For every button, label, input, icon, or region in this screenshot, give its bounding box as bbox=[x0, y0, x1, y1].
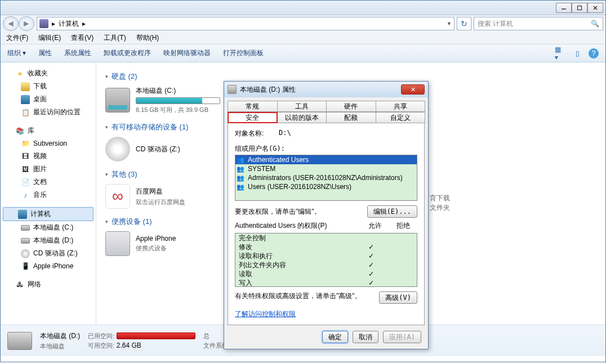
search-placeholder: 搜索 计算机 bbox=[478, 19, 513, 29]
help-icon[interactable]: ? bbox=[589, 48, 599, 59]
tab-共享[interactable]: 共享 bbox=[376, 101, 426, 112]
sidebar-local-c[interactable]: 本地磁盘 (C:) bbox=[1, 221, 96, 234]
deny-header: 拒绝 bbox=[389, 221, 417, 231]
user-row[interactable]: SYSTEM bbox=[235, 164, 417, 173]
tool-sysprops[interactable]: 系统属性 bbox=[64, 48, 91, 58]
sidebar-recent[interactable]: 📋最近访问的位置 bbox=[1, 106, 96, 119]
phone-icon: 📱 bbox=[21, 262, 30, 271]
search-icon: 🔍 bbox=[591, 20, 599, 28]
cancel-button[interactable]: 取消 bbox=[353, 331, 378, 343]
disk-icon bbox=[21, 225, 30, 231]
tool-mapdrive[interactable]: 映射网络驱动器 bbox=[163, 48, 211, 58]
tab-以前的版本[interactable]: 以前的版本 bbox=[277, 112, 327, 123]
user-icon bbox=[237, 156, 246, 164]
computer-icon bbox=[18, 210, 27, 219]
sidebar-documents[interactable]: 📄文档 bbox=[1, 176, 96, 188]
item-sublabel: 便携式设备 bbox=[136, 244, 176, 253]
sidebar-cd[interactable]: CD 驱动器 (Z:) bbox=[1, 247, 96, 260]
tool-uninstall[interactable]: 卸载或更改程序 bbox=[104, 48, 151, 58]
tab-工具[interactable]: 工具 bbox=[277, 101, 327, 112]
baidu-icon: ∞ bbox=[105, 184, 130, 209]
perm-header: Authenticated Users 的权限(P) bbox=[235, 221, 361, 231]
sidebar-local-d[interactable]: 本地磁盘 (D:) bbox=[1, 234, 96, 247]
user-list[interactable]: Authenticated UsersSYSTEMAdministrators … bbox=[235, 155, 417, 201]
tab-常规[interactable]: 常规 bbox=[228, 101, 278, 112]
refresh-button[interactable]: ↻ bbox=[457, 17, 471, 30]
address-bar[interactable]: ▸ 计算机 ▸ ▼ bbox=[37, 17, 454, 30]
dialog-titlebar[interactable]: 本地磁盘 (D:) 属性 ✕ bbox=[224, 82, 428, 97]
tool-organize[interactable]: 组织 ▾ bbox=[7, 48, 26, 58]
user-row[interactable]: Users (USER-20161028NZ\Users) bbox=[235, 182, 417, 191]
user-icon bbox=[237, 174, 246, 182]
disk-icon bbox=[21, 238, 30, 244]
group-label: 组或用户名(G): bbox=[235, 144, 417, 154]
drive-label: 本地磁盘 (C:) bbox=[136, 86, 220, 96]
tab-硬件[interactable]: 硬件 bbox=[326, 101, 376, 112]
sidebar-computer[interactable]: 计算机 bbox=[3, 207, 93, 221]
sidebar-libraries[interactable]: 📚库 bbox=[1, 124, 96, 137]
picture-icon: 🖼 bbox=[21, 165, 30, 174]
disk-icon bbox=[7, 332, 32, 350]
user-row[interactable]: Administrators (USER-20161028NZ\Administ… bbox=[235, 173, 417, 182]
sidebar-downloads[interactable]: 下载 bbox=[1, 80, 96, 93]
preview-pane-icon[interactable]: ▯ bbox=[572, 48, 583, 59]
advanced-button[interactable]: 高级(V) bbox=[379, 291, 417, 304]
sidebar-network[interactable]: 🖧网络 bbox=[1, 278, 96, 291]
close-button[interactable] bbox=[587, 3, 603, 13]
view-mode-icon[interactable]: ▦ ▾ bbox=[555, 48, 566, 59]
truncated-text: 育下载 bbox=[430, 194, 450, 203]
perm-row: 读取和执行✓ bbox=[235, 251, 417, 260]
status-type: 本地磁盘 bbox=[40, 342, 80, 350]
address-dropdown-icon[interactable]: ▼ bbox=[447, 21, 452, 26]
sidebar-favorites[interactable]: ★收藏夹 bbox=[1, 67, 96, 80]
tool-cpanel[interactable]: 打开控制面板 bbox=[223, 48, 264, 58]
menu-file[interactable]: 文件(F) bbox=[6, 33, 28, 43]
ok-button[interactable]: 确定 bbox=[322, 331, 348, 343]
menu-tools[interactable]: 工具(T) bbox=[104, 33, 126, 43]
nav-row: ◄ ► ▸ 计算机 ▸ ▼ ↻ 搜索 计算机 🔍 bbox=[1, 15, 605, 32]
apply-button[interactable]: 应用(A) bbox=[383, 331, 421, 343]
tab-安全[interactable]: 安全 bbox=[228, 112, 278, 123]
svn-icon: 📁 bbox=[21, 139, 30, 148]
sidebar-subversion[interactable]: 📁Subversion bbox=[1, 137, 96, 150]
user-icon bbox=[237, 183, 246, 191]
forward-button[interactable]: ► bbox=[19, 16, 34, 31]
maximize-button[interactable] bbox=[572, 3, 587, 13]
sidebar-music[interactable]: ♪音乐 bbox=[1, 188, 96, 201]
user-row[interactable]: Authenticated Users bbox=[235, 155, 417, 164]
minimize-button[interactable] bbox=[556, 3, 572, 13]
dialog-title: 本地磁盘 (D:) 属性 bbox=[240, 85, 296, 95]
sidebar-iphone[interactable]: 📱Apple iPhone bbox=[1, 260, 96, 272]
category-disks[interactable]: ▾硬盘 (2) bbox=[105, 71, 596, 82]
sidebar-desktop[interactable]: 桌面 bbox=[1, 93, 96, 106]
sidebar-pictures[interactable]: 🖼图片 bbox=[1, 163, 96, 176]
permission-table[interactable]: 完全控制修改✓读取和执行✓列出文件夹内容✓读取✓写入✓ bbox=[235, 233, 417, 287]
tab-配额[interactable]: 配额 bbox=[326, 112, 376, 123]
dialog-close-button[interactable]: ✕ bbox=[401, 84, 425, 95]
menu-help[interactable]: 帮助(H) bbox=[136, 33, 159, 43]
learn-link[interactable]: 了解访问控制和权限 bbox=[235, 309, 296, 319]
toolbar: 组织 ▾ 属性 系统属性 卸载或更改程序 映射网络驱动器 打开控制面板 ▦ ▾ … bbox=[1, 44, 605, 62]
menu-edit[interactable]: 编辑(E) bbox=[38, 33, 61, 43]
tool-properties[interactable]: 属性 bbox=[38, 48, 52, 58]
item-label: Apple iPhone bbox=[136, 235, 176, 242]
object-label: 对象名称: bbox=[235, 129, 274, 138]
usage-bar bbox=[136, 97, 220, 104]
sidebar-videos[interactable]: 🎞视频 bbox=[1, 150, 96, 163]
item-label: 百度网盘 bbox=[136, 187, 185, 196]
drive-icon bbox=[105, 88, 130, 113]
search-input[interactable]: 搜索 计算机 🔍 bbox=[474, 17, 603, 30]
used-bar bbox=[117, 332, 195, 339]
perm-row: 写入✓ bbox=[235, 278, 417, 287]
video-icon: 🎞 bbox=[21, 152, 30, 161]
perm-row: 列出文件夹内容✓ bbox=[235, 260, 417, 269]
menu-bar: 文件(F) 编辑(E) 查看(V) 工具(T) 帮助(H) bbox=[1, 32, 605, 44]
svg-rect-1 bbox=[578, 6, 582, 10]
drive-usage-text: 8.15 GB 可用 , 共 39.9 GB bbox=[136, 106, 220, 114]
back-button[interactable]: ◄ bbox=[3, 16, 19, 31]
menu-view[interactable]: 查看(V) bbox=[71, 33, 93, 43]
document-icon: 📄 bbox=[21, 178, 30, 187]
titlebar bbox=[1, 1, 605, 15]
edit-button[interactable]: 编辑(E)... bbox=[367, 205, 417, 218]
tab-自定义[interactable]: 自定义 bbox=[376, 112, 426, 123]
